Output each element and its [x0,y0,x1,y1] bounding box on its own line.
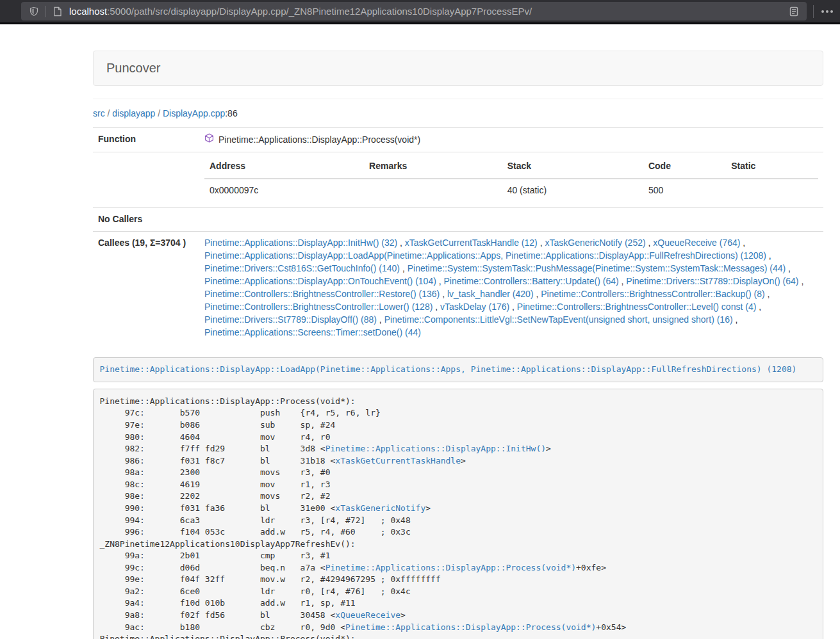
breadcrumb-link[interactable]: src [93,108,105,118]
shield-icon[interactable] [28,5,40,18]
metrics-table: Address Remarks Stack Code Static 0x0000… [204,158,818,202]
col-code: Code [643,158,726,179]
col-stack: Stack [502,158,643,179]
callee-link[interactable]: Pinetime::Drivers::St7789::DisplayOff() … [204,314,377,325]
address-value: 0x0000097c [204,179,364,202]
callees-label: Callees (19, Σ=3704 ) [93,231,199,344]
assembly-symbol-link[interactable]: xTaskGenericNotify [335,503,425,513]
function-table: Function Pinetime::Applications::Display… [93,127,823,344]
assembly-symbol-link[interactable]: Pinetime::Applications::DisplayApp::Proc… [325,563,576,572]
function-name-text: Pinetime::Applications::DisplayApp::Proc… [218,134,420,147]
assembly-symbol-link[interactable]: Pinetime::Applications::DisplayApp::Init… [325,444,546,453]
url-path: :5000/path/src/displayapp/DisplayApp.cpp… [107,6,532,17]
callee-link[interactable]: Pinetime::Controllers::BrightnessControl… [517,302,756,312]
callee-link[interactable]: lv_task_handler (420) [447,289,534,299]
code-value: 500 [643,179,726,202]
col-address: Address [204,158,364,179]
metrics-data-row: 0x0000097c 40 (static) 500 [204,179,818,202]
page-title: Puncover [93,51,823,86]
url-host: localhost [69,6,107,17]
assembly-code: Pinetime::Applications::DisplayApp::Proc… [93,389,823,639]
ellipsis-menu-icon[interactable] [820,8,834,15]
callee-link[interactable]: Pinetime::Drivers::Cst816S::GetTouchInfo… [204,263,400,273]
callee-link[interactable]: Pinetime::Controllers::BrightnessControl… [541,289,764,299]
callee-link[interactable]: vTaskDelay (176) [440,302,509,312]
function-name: Pinetime::Applications::DisplayApp::Proc… [204,133,420,147]
callee-link[interactable]: Pinetime::Applications::Screens::Timer::… [204,327,421,337]
callee-link[interactable]: Pinetime::System::SystemTask::PushMessag… [408,263,786,273]
callee-link[interactable]: Pinetime::Applications::DisplayApp::OnTo… [204,276,436,286]
callee-link[interactable]: Pinetime::Components::LittleVgl::SetNewT… [384,314,733,325]
remarks-value [364,179,502,202]
static-value [726,179,818,202]
callee-link[interactable]: xQueueReceive (764) [653,238,740,248]
callee-link[interactable]: xTaskGetCurrentTaskHandle (12) [405,238,538,248]
callee-link[interactable]: Pinetime::Applications::DisplayApp::Load… [204,250,766,261]
metrics-header-row: Address Remarks Stack Code Static [204,158,818,179]
breadcrumb-separator: / [105,108,113,118]
callee-link[interactable]: Pinetime::Controllers::BrightnessControl… [204,302,432,312]
divider [93,99,823,99]
assembly-symbol-link[interactable]: Pinetime::Applications::DisplayApp::Proc… [345,622,596,632]
breadcrumb-link[interactable]: displayapp [112,108,155,118]
callee-link[interactable]: xTaskGenericNotify (252) [545,238,645,248]
page-icon[interactable] [51,5,64,18]
loadapp-banner: Pinetime::Applications::DisplayApp::Load… [93,357,823,383]
metrics-row: Address Remarks Stack Code Static 0x0000… [93,152,823,207]
callee-link[interactable]: Pinetime::Controllers::BrightnessControl… [204,289,440,299]
page-content: Puncover src / displayapp / DisplayApp.c… [93,51,823,639]
function-row: Function Pinetime::Applications::Display… [93,128,823,152]
callees-row: Callees (19, Σ=3704 ) Pinetime::Applicat… [93,231,823,344]
function-label: Function [93,128,199,152]
breadcrumb-link[interactable]: DisplayApp.cpp [163,108,225,118]
callees-list: Pinetime::Applications::DisplayApp::Init… [199,231,823,344]
breadcrumb: src / displayapp / DisplayApp.cpp:86 [93,107,823,120]
loadapp-banner-link[interactable]: Pinetime::Applications::DisplayApp::Load… [100,364,797,374]
col-remarks: Remarks [364,158,502,179]
url-text: localhost:5000/path/src/displayapp/Displ… [69,6,787,17]
stack-value: 40 (static) [502,179,643,202]
breadcrumb-line-number: :86 [225,108,237,118]
url-bar[interactable]: localhost:5000/path/src/displayapp/Displ… [21,2,807,20]
toolbar-separator [813,5,814,18]
breadcrumb-separator: / [155,108,163,118]
assembly-symbol-link[interactable]: xTaskGetCurrentTaskHandle [335,456,461,465]
browser-toolbar: localhost:5000/path/src/displayapp/Displ… [0,0,840,24]
callee-link[interactable]: Pinetime::Controllers::Battery::Update()… [444,276,619,286]
identity-separator [45,6,46,17]
cube-icon [204,133,214,147]
assembly-symbol-link[interactable]: xQueueReceive [335,610,400,620]
reader-mode-icon[interactable] [787,5,800,18]
col-static: Static [726,158,818,179]
callee-link[interactable]: Pinetime::Applications::DisplayApp::Init… [204,238,397,248]
no-callers-label: No Callers [93,207,199,231]
no-callers-row: No Callers [93,207,823,231]
callee-link[interactable]: Pinetime::Drivers::St7789::DisplayOn() (… [626,276,798,286]
